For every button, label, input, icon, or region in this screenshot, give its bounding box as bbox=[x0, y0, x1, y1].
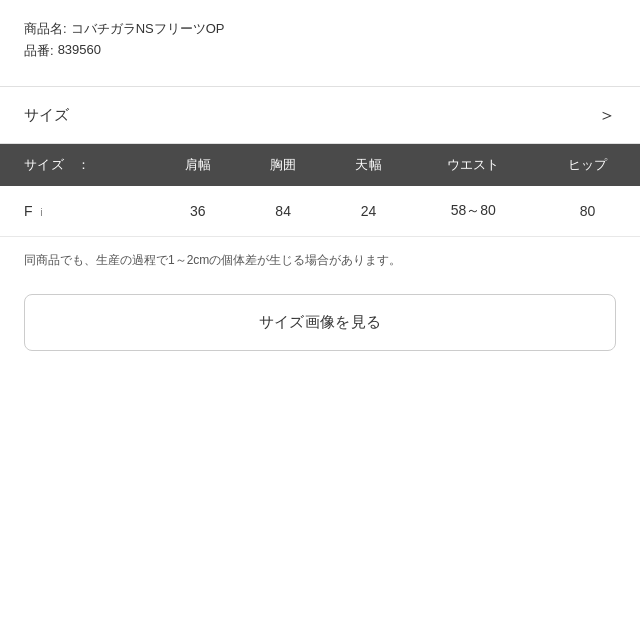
col-header-size: サイズ ： bbox=[0, 144, 155, 186]
col-header-hip: ヒップ bbox=[535, 144, 640, 186]
cell-size: F i bbox=[24, 203, 43, 219]
cell-waist: 58～80 bbox=[451, 202, 496, 218]
note-text: 同商品でも、生産の過程で1～2cmの個体差が生じる場合があります。 bbox=[24, 253, 401, 267]
size-section-title: サイズ bbox=[24, 106, 69, 125]
col-header-hip-text: ヒップ bbox=[568, 157, 608, 172]
cell-chest: 84 bbox=[275, 203, 291, 219]
divider-top bbox=[0, 86, 640, 87]
size-section-header: サイズ ＞ bbox=[0, 103, 640, 127]
cell-top-width: 24 bbox=[361, 203, 377, 219]
size-section-arrow: ＞ bbox=[598, 103, 616, 127]
page-container: 商品名: コバチガラNSフリーツOP 品番: 839560 サイズ ＞ サイズ … bbox=[0, 0, 640, 351]
product-number-row: 品番: 839560 bbox=[24, 42, 616, 60]
table-row: F i36842458～8080 bbox=[0, 186, 640, 237]
col-header-chest: 胸囲 bbox=[240, 144, 325, 186]
size-table-wrapper: サイズ ： 肩幅 胸囲 天幅 ウエスト ヒップ bbox=[0, 144, 640, 237]
cell-hip: 80 bbox=[580, 203, 596, 219]
note-section: 同商品でも、生産の過程で1～2cmの個体差が生じる場合があります。 bbox=[0, 237, 640, 284]
col-header-top-width: 天幅 bbox=[326, 144, 411, 186]
product-name-label: 商品名: bbox=[24, 20, 67, 38]
col-header-size-text: サイズ ： bbox=[24, 157, 90, 172]
col-header-shoulder: 肩幅 bbox=[155, 144, 240, 186]
product-number-value: 839560 bbox=[58, 42, 101, 60]
size-image-button[interactable]: サイズ画像を見る bbox=[24, 294, 616, 351]
table-header-row: サイズ ： 肩幅 胸囲 天幅 ウエスト ヒップ bbox=[0, 144, 640, 186]
product-info-section: 商品名: コバチガラNSフリーツOP 品番: 839560 bbox=[0, 0, 640, 70]
col-header-shoulder-text: 肩幅 bbox=[185, 157, 212, 172]
size-table: サイズ ： 肩幅 胸囲 天幅 ウエスト ヒップ bbox=[0, 144, 640, 237]
product-name-row: 商品名: コバチガラNSフリーツOP bbox=[24, 20, 616, 38]
product-number-label: 品番: bbox=[24, 42, 54, 60]
col-header-waist-text: ウエスト bbox=[447, 157, 500, 172]
col-header-top-width-text: 天幅 bbox=[355, 157, 382, 172]
col-header-chest-text: 胸囲 bbox=[270, 157, 297, 172]
cell-shoulder: 36 bbox=[190, 203, 206, 219]
col-header-waist: ウエスト bbox=[411, 144, 535, 186]
product-name-value: コバチガラNSフリーツOP bbox=[71, 20, 225, 38]
